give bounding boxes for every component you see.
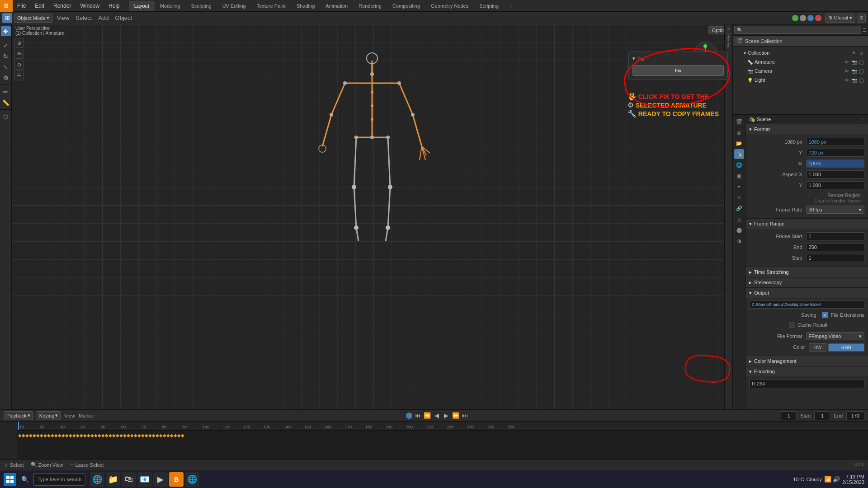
format-header[interactable]: ▾ Format ⋮ xyxy=(745,124,868,134)
nav-icon-view[interactable]: 👁 xyxy=(14,49,24,59)
fix-button[interactable]: Fix xyxy=(632,65,724,76)
armature-visibility[interactable]: 👁 xyxy=(844,59,850,65)
play-forward[interactable]: ▶ xyxy=(442,412,450,420)
app-files[interactable]: 📁 xyxy=(106,472,120,487)
props-tab-data[interactable]: ◬ xyxy=(734,214,744,224)
aspect-x-value[interactable]: 1.000 xyxy=(806,170,865,178)
resolution-pct-value[interactable]: 100% xyxy=(806,160,865,168)
keying-menu[interactable]: Keying ▾ xyxy=(37,411,61,420)
aspect-y-value[interactable]: 1.000 xyxy=(806,181,865,189)
color-management-header[interactable]: ▸ Color Management xyxy=(745,356,868,366)
fix-panel-collapse[interactable]: ▾ xyxy=(632,56,635,61)
tab-modeling[interactable]: Modeling xyxy=(155,1,186,11)
mode-selector[interactable]: Object Mode ▾ xyxy=(14,14,52,23)
format-more[interactable]: ⋮ xyxy=(860,127,864,132)
tool-cursor[interactable]: ✥ xyxy=(1,26,11,36)
tool-rotate[interactable]: ↻ xyxy=(1,51,11,61)
light-render[interactable]: 📷 xyxy=(851,77,857,83)
tab-animation[interactable]: Animation xyxy=(320,1,353,11)
props-tab-render[interactable]: 🎬 xyxy=(734,117,744,127)
bw-button[interactable]: BW xyxy=(809,343,827,352)
collection-select[interactable]: ⊙ xyxy=(858,50,864,56)
tab-geometry-nodes[interactable]: Geometry Nodes xyxy=(425,1,474,11)
app-blender[interactable]: B xyxy=(169,472,184,487)
rgb-button[interactable]: RGB xyxy=(828,343,864,352)
tree-item-armature[interactable]: 🦴 Armature 👁 📷 ◯ xyxy=(733,57,868,66)
tool-annotate[interactable]: ✏ xyxy=(1,87,11,97)
cache-result-checkbox[interactable] xyxy=(789,322,795,328)
toolbar-view-btn[interactable]: View xyxy=(54,13,71,23)
tab-compositing[interactable]: Compositing xyxy=(387,1,425,11)
menu-edit[interactable]: Edit xyxy=(30,0,49,11)
app-store[interactable]: 🛍 xyxy=(122,472,136,487)
output-path[interactable]: C:\Users\Shadow\Desktop\New folder\ xyxy=(749,300,864,309)
menu-help[interactable]: Help xyxy=(104,0,124,11)
frame-rate-select[interactable]: 30 fps ▾ xyxy=(806,206,865,214)
app-chrome[interactable]: 🌐 xyxy=(185,472,199,487)
app-edge[interactable]: 🌐 xyxy=(90,472,104,487)
viewport-overlay-btn[interactable]: ⊙ xyxy=(857,14,866,23)
props-tab-world[interactable]: 🌐 xyxy=(734,160,744,170)
tab-uv-editing[interactable]: UV Editing xyxy=(217,1,251,11)
collection-visibility[interactable]: 👁 xyxy=(851,50,857,56)
tab-texture-paint[interactable]: Texture Paint xyxy=(251,1,291,11)
props-tab-output[interactable]: 🖨 xyxy=(734,127,744,137)
toolbar-object-btn[interactable]: Object xyxy=(113,13,135,23)
props-tab-shading[interactable]: ◑ xyxy=(734,236,744,246)
current-frame-input[interactable]: 1 xyxy=(781,411,797,420)
frame-start-value[interactable]: 1 xyxy=(806,232,865,240)
resolution-y-value[interactable]: 720 px xyxy=(806,149,865,157)
tool-add-cube[interactable]: ⬡ xyxy=(1,112,11,122)
props-tab-scene[interactable]: 🎭 xyxy=(734,149,744,159)
tree-item-light[interactable]: 💡 Light 👁 📷 ◯ xyxy=(733,75,868,84)
scene-options[interactable]: ⋮ xyxy=(860,117,864,122)
play-jump-start[interactable]: ⏮ xyxy=(414,412,422,420)
nav-icon-xray[interactable]: ☰ xyxy=(14,70,24,80)
tab-layout[interactable]: Layout xyxy=(129,1,155,11)
resolution-x-value[interactable]: 1080 px xyxy=(806,138,865,146)
menu-render[interactable]: Render xyxy=(49,0,75,11)
props-tab-object[interactable]: ▣ xyxy=(734,171,744,181)
toolbar-add-btn[interactable]: Add xyxy=(96,13,111,23)
output-header[interactable]: ▾ Output xyxy=(745,288,868,298)
tab-sculpting[interactable]: Sculpting xyxy=(185,1,217,11)
timeline-view[interactable]: View xyxy=(64,413,75,418)
tab-scripting[interactable]: Scripting xyxy=(474,1,504,11)
strip-view[interactable]: View xyxy=(727,35,730,42)
tab-shading[interactable]: Shading xyxy=(291,1,320,11)
tab-add[interactable]: + xyxy=(504,1,518,11)
play-reverse[interactable]: ◀ xyxy=(433,412,441,420)
file-extensions-checkbox[interactable]: ✓ xyxy=(822,312,828,318)
app-youtube[interactable]: ▶ xyxy=(153,472,168,487)
encoding-header[interactable]: ▾ Encoding ⋮ xyxy=(745,366,868,376)
tool-scale[interactable]: ⤡ xyxy=(1,62,11,72)
timeline-marker[interactable]: Marker xyxy=(79,413,94,418)
armature-select-icon[interactable]: ◯ xyxy=(858,59,864,65)
frame-end-value[interactable]: 250 xyxy=(806,243,865,251)
camera-select-icon[interactable]: ◯ xyxy=(858,68,864,74)
play-jump-end[interactable]: ⏭ xyxy=(461,412,469,420)
stereoscopy-header[interactable]: ▸ Stereoscopy xyxy=(745,277,868,287)
tab-rendering[interactable]: Rendering xyxy=(353,1,387,11)
strip-item[interactable]: Item xyxy=(727,42,730,49)
frame-range-header[interactable]: ▾ Frame Range xyxy=(745,219,868,229)
tool-move[interactable]: ⤢ xyxy=(1,40,11,50)
props-tab-particles[interactable]: ✦ xyxy=(734,182,744,192)
armature-render[interactable]: 📷 xyxy=(851,59,857,65)
app-mail[interactable]: 📧 xyxy=(137,472,152,487)
props-tab-viewlayer[interactable]: 📂 xyxy=(734,138,744,148)
toolbar-object-mode[interactable]: ⊞ xyxy=(2,13,12,23)
props-tab-material[interactable]: ⬤ xyxy=(734,225,744,235)
playback-menu[interactable]: Playback ▾ xyxy=(4,411,33,420)
menu-file[interactable]: File xyxy=(13,0,30,11)
toolbar-select-btn[interactable]: Select xyxy=(73,13,94,23)
play-prev-frame[interactable]: ⏪ xyxy=(423,412,431,420)
global-selector[interactable]: ⊕ Global ▾ xyxy=(825,14,855,23)
strip-blendbuf[interactable]: N xyxy=(726,26,731,33)
file-format-select[interactable]: FFmpeg Video ▾ xyxy=(806,332,865,340)
outliner-filter[interactable]: ☰ xyxy=(863,28,867,33)
encoding-content[interactable]: H.264 xyxy=(749,379,864,388)
props-tab-constraints[interactable]: 🔗 xyxy=(734,203,744,213)
outliner-search[interactable]: 🔍 xyxy=(734,26,861,34)
play-next-frame[interactable]: ⏩ xyxy=(452,412,460,420)
